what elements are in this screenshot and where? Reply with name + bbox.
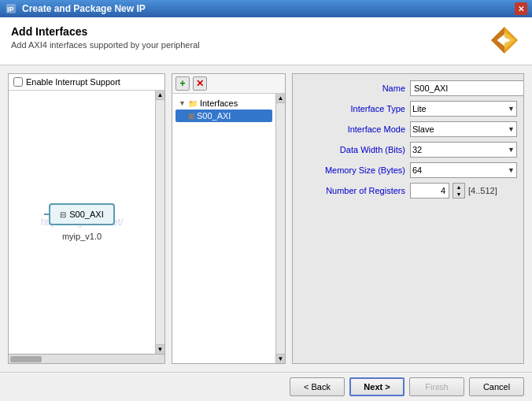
dialog-header: Add Interfaces Add AXI4 interfaces suppo… [0, 17, 532, 65]
interfaces-tree: ▼ 📁 Interfaces ⊞ S00_AXI [172, 94, 275, 363]
data-width-value: 32 [412, 145, 422, 154]
tree-root-interfaces[interactable]: ▼ 📁 Interfaces [175, 97, 272, 110]
spinbox-buttons: ▲ ▼ [453, 183, 465, 199]
dialog: Add Interfaces Add AXI4 interfaces suppo… [0, 17, 532, 401]
next-button[interactable]: Next > [349, 377, 405, 396]
content-area: Enable Interrupt Support http://blog.csd… [0, 65, 532, 372]
num-registers-row: Number of Registers ▲ ▼ [4..512] [299, 183, 517, 199]
footer: < Back Next > Finish Cancel [0, 372, 532, 401]
interface-mode-select[interactable]: Slave ▼ [410, 121, 517, 137]
block-diagram-panel: Enable Interrupt Support http://blog.csd… [8, 73, 165, 364]
close-button[interactable]: ✕ [515, 2, 527, 15]
name-row: Name ✕ [299, 80, 517, 96]
scroll-track [156, 100, 164, 344]
enable-interrupt-checkbox[interactable] [13, 77, 23, 87]
scroll-up-btn[interactable]: ▲ [156, 91, 164, 100]
num-registers-label: Number of Registers [299, 186, 405, 195]
middle-scroll-down[interactable]: ▼ [276, 354, 285, 363]
num-registers-range: [4..512] [468, 186, 497, 195]
data-width-arrow: ▼ [508, 146, 515, 154]
tree-child-label: S00_AXI [197, 111, 231, 121]
title-bar-text: Create and Package New IP [22, 3, 146, 14]
interrupt-checkbox-row: Enable Interrupt Support [9, 74, 164, 91]
block-component: ⊟ S00_AXI [49, 203, 114, 225]
interface-type-label: Interface Type [299, 104, 405, 113]
block-icon: ⊟ [60, 210, 66, 219]
tree-expand-icon: ▼ [179, 99, 186, 107]
finish-button[interactable]: Finish [409, 377, 464, 396]
num-registers-input[interactable] [410, 183, 449, 199]
memory-size-value: 64 [412, 165, 422, 175]
middle-scrollbar-v[interactable]: ▲ ▼ [275, 94, 285, 363]
svg-text:IP: IP [7, 6, 14, 13]
interface-type-row: Interface Type Lite ▼ [299, 101, 517, 117]
add-interface-button[interactable]: + [175, 76, 190, 91]
interface-mode-row: Interface Mode Slave ▼ [299, 121, 517, 137]
name-input[interactable] [410, 80, 524, 96]
page-title: Add Interfaces [11, 25, 200, 38]
interface-icon: ⊞ [188, 112, 194, 121]
middle-scroll-track [276, 103, 285, 354]
spinbox-down-btn[interactable]: ▼ [453, 191, 464, 198]
tree-item-s00axi[interactable]: ⊞ S00_AXI [175, 110, 272, 122]
data-width-select[interactable]: 32 ▼ [410, 142, 517, 158]
remove-interface-button[interactable]: ✕ [193, 76, 207, 91]
middle-scroll-up[interactable]: ▲ [276, 94, 285, 103]
connector-left [44, 213, 50, 215]
page-subtitle: Add AXI4 interfaces supported by your pe… [11, 40, 200, 50]
interface-mode-value: Slave [412, 124, 434, 134]
data-width-label: Data Width (Bits) [299, 145, 405, 154]
cancel-button[interactable]: Cancel [469, 377, 524, 396]
name-label: Name [299, 84, 405, 93]
back-button[interactable]: < Back [290, 377, 345, 396]
data-width-row: Data Width (Bits) 32 ▼ [299, 142, 517, 158]
scroll-thumb [10, 356, 42, 362]
diagram-canvas: http://blog.csdn.net/ ⊟ S00_AXI myip_v1.… [9, 91, 155, 354]
memory-size-row: Memory Size (Bytes) 64 ▼ [299, 162, 517, 178]
component-name: myip_v1.0 [62, 232, 102, 241]
interfaces-tree-panel: + ✕ ▼ 📁 Interfaces ⊞ S00_AXI ▲ [172, 73, 286, 364]
interface-type-value: Lite [412, 104, 427, 113]
tree-toolbar: + ✕ [172, 74, 285, 94]
app-icon: IP [5, 2, 17, 15]
interface-mode-arrow: ▼ [508, 125, 515, 133]
memory-size-arrow: ▼ [508, 166, 515, 174]
folder-icon: 📁 [188, 99, 198, 108]
memory-size-label: Memory Size (Bytes) [299, 165, 405, 175]
interface-mode-label: Interface Mode [299, 124, 405, 134]
left-scrollbar-v[interactable]: ▲ ▼ [155, 91, 164, 354]
left-scrollbar-h[interactable] [9, 354, 164, 363]
interface-type-arrow: ▼ [508, 105, 515, 113]
properties-panel: Name ✕ Interface Type Lite ▼ Interfac [292, 73, 524, 364]
spinbox-up-btn[interactable]: ▲ [453, 184, 464, 191]
block-label: S00_AXI [69, 210, 103, 219]
interrupt-label: Enable Interrupt Support [26, 77, 120, 87]
svg-marker-3 [491, 27, 504, 54]
title-bar: IP Create and Package New IP ✕ [0, 0, 532, 17]
memory-size-select[interactable]: 64 ▼ [410, 162, 517, 178]
interface-type-select[interactable]: Lite ▼ [410, 101, 517, 117]
scroll-down-btn[interactable]: ▼ [156, 344, 164, 354]
logo [490, 25, 521, 57]
tree-root-label: Interfaces [200, 98, 238, 108]
